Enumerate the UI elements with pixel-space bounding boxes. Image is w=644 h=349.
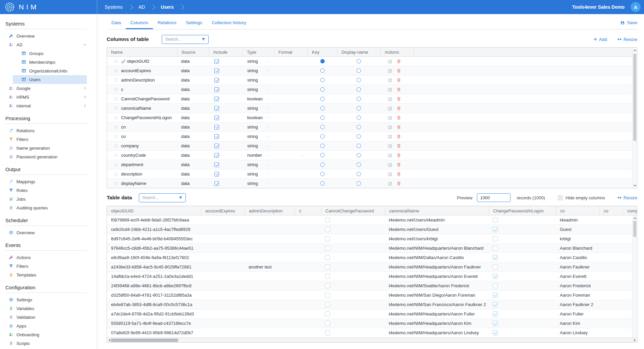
- columns-resize-button[interactable]: Resize: [617, 37, 637, 42]
- key-radio[interactable]: [320, 144, 325, 148]
- sidebar-item-ad[interactable]: AD: [0, 40, 87, 49]
- drag-handle[interactable]: [114, 135, 118, 139]
- drag-handle[interactable]: [114, 106, 118, 110]
- key-radio[interactable]: [320, 106, 325, 110]
- delete-column-button[interactable]: [396, 172, 401, 177]
- edit-column-button[interactable]: [388, 78, 392, 83]
- sidebar-item-scripts[interactable]: Scripts: [0, 339, 87, 348]
- include-checkbox[interactable]: [214, 87, 219, 92]
- ChangePasswordAtLogon-checkbox[interactable]: [493, 246, 498, 251]
- delete-column-button[interactable]: [396, 144, 401, 148]
- CannotChangePassword-checkbox[interactable]: [325, 236, 330, 241]
- edit-column-button[interactable]: [388, 153, 392, 158]
- drag-handle[interactable]: [114, 59, 118, 63]
- include-checkbox[interactable]: [214, 59, 219, 64]
- display-name-radio[interactable]: [357, 78, 361, 82]
- type-select[interactable]: boolean: [243, 113, 274, 122]
- CannotChangePassword-checkbox[interactable]: [325, 227, 330, 232]
- edit-column-button[interactable]: [388, 87, 392, 92]
- include-checkbox[interactable]: [214, 153, 219, 158]
- CannotChangePassword-checkbox[interactable]: [325, 217, 330, 222]
- format-select[interactable]: [274, 151, 308, 160]
- key-radio[interactable]: [320, 78, 325, 82]
- display-name-radio[interactable]: [357, 68, 361, 73]
- CannotChangePassword-checkbox[interactable]: [325, 274, 330, 279]
- delete-column-button[interactable]: [396, 59, 401, 64]
- sidebar-item-onboarding[interactable]: Onboarding: [0, 330, 87, 339]
- display-name-radio[interactable]: [357, 144, 361, 148]
- drag-handle[interactable]: [114, 97, 118, 101]
- tab-columns[interactable]: Columns: [126, 20, 153, 29]
- scroll-down-arrow[interactable]: [633, 183, 637, 188]
- sidebar-item-internal[interactable]: internal: [0, 101, 87, 110]
- data-row[interactable]: 97646cc5-c8d8-45b2-aa75-95386c44ae51 t4e…: [107, 244, 637, 253]
- delete-column-button[interactable]: [396, 162, 401, 167]
- edit-column-button[interactable]: [388, 162, 392, 167]
- sidebar-item-templates[interactable]: Templates: [0, 270, 87, 279]
- data-row[interactable]: f0879989-ec0f-4eb6-9da0-28f27bfc9aea t4e…: [107, 215, 637, 225]
- sidebar-item-overview[interactable]: Overview: [0, 32, 87, 40]
- sidebar-item-relations[interactable]: Relations: [0, 126, 87, 135]
- drag-handle[interactable]: [114, 163, 118, 167]
- data-row[interactable]: 07a8e82f-9e99-4410-95b9-99814d72d0b7 t4e…: [107, 328, 637, 338]
- ChangePasswordAtLogon-checkbox[interactable]: [493, 255, 498, 260]
- CannotChangePassword-checkbox[interactable]: [325, 311, 330, 316]
- sidebar-item-groups[interactable]: Groups: [0, 49, 87, 58]
- sidebar-item-jobs[interactable]: Jobs: [0, 195, 87, 203]
- edit-column-button[interactable]: [388, 106, 392, 111]
- CannotChangePassword-checkbox[interactable]: [325, 264, 330, 269]
- data-table-horizontal-scrollbar[interactable]: [107, 338, 637, 342]
- display-name-radio[interactable]: [357, 153, 361, 157]
- scroll-right-arrow[interactable]: [632, 338, 637, 343]
- include-checkbox[interactable]: [214, 125, 219, 130]
- data-row[interactable]: eb4e87ab-3853-4df8-8ca9-00c0c5736c1a t4e…: [107, 300, 637, 309]
- display-name-radio[interactable]: [357, 115, 361, 120]
- preview-count-input[interactable]: [477, 193, 511, 202]
- type-select[interactable]: string: [243, 179, 274, 188]
- key-radio[interactable]: [320, 125, 325, 129]
- key-radio[interactable]: [320, 87, 325, 92]
- edit-column-button[interactable]: [388, 97, 392, 101]
- CannotChangePassword-checkbox[interactable]: [325, 330, 330, 335]
- include-checkbox[interactable]: [214, 162, 219, 167]
- key-radio[interactable]: [320, 134, 325, 139]
- tab-relations[interactable]: Relations: [153, 20, 181, 29]
- data-row[interactable]: e8cf8aa9-160f-404b-9a9a-f8113ef17602 t4e…: [107, 253, 637, 262]
- tab-settings[interactable]: Settings: [181, 20, 207, 29]
- CannotChangePassword-checkbox[interactable]: [325, 293, 330, 298]
- drag-handle[interactable]: [114, 172, 118, 176]
- drag-handle[interactable]: [114, 153, 118, 157]
- delete-column-button[interactable]: [396, 181, 401, 186]
- columns-table-vertical-scrollbar[interactable]: [632, 48, 637, 188]
- edit-column-button[interactable]: [388, 68, 392, 73]
- sidebar-item-variables[interactable]: Variables: [0, 304, 87, 313]
- include-checkbox[interactable]: [214, 106, 219, 111]
- delete-column-button[interactable]: [396, 106, 401, 111]
- sidebar-item-name-generation[interactable]: Name generation: [0, 144, 87, 152]
- sidebar-item-roles[interactable]: Roles: [0, 186, 87, 195]
- avatar[interactable]: A: [631, 2, 641, 12]
- sidebar-item-overview[interactable]: Overview: [0, 228, 87, 237]
- display-name-radio[interactable]: [357, 181, 361, 186]
- sidebar-item-mappings[interactable]: Mappings: [0, 177, 87, 186]
- drag-handle[interactable]: [114, 182, 118, 186]
- display-name-radio[interactable]: [357, 162, 361, 167]
- edit-column-button[interactable]: [388, 59, 392, 64]
- include-checkbox[interactable]: [214, 144, 219, 148]
- delete-column-button[interactable]: [396, 153, 401, 158]
- sidebar-item-filters[interactable]: Filters: [0, 262, 87, 270]
- sidebar-item-google[interactable]: Google: [0, 84, 87, 93]
- include-checkbox[interactable]: [214, 172, 219, 177]
- delete-column-button[interactable]: [396, 134, 401, 139]
- ChangePasswordAtLogon-checkbox[interactable]: [493, 274, 498, 279]
- edit-column-button[interactable]: [388, 144, 392, 148]
- ChangePasswordAtLogon-checkbox[interactable]: [493, 302, 498, 307]
- CannotChangePassword-checkbox[interactable]: [325, 321, 330, 326]
- include-checkbox[interactable]: [214, 78, 219, 83]
- scroll-up-arrow[interactable]: [633, 48, 637, 52]
- key-radio[interactable]: [320, 172, 325, 176]
- data-row[interactable]: 24f39468-a98e-4661-8bcb-a8be2697fbc8 t4e…: [107, 281, 637, 291]
- type-select[interactable]: string: [243, 132, 274, 141]
- ChangePasswordAtLogon-checkbox[interactable]: [493, 217, 498, 222]
- ChangePasswordAtLogon-checkbox[interactable]: [493, 264, 498, 269]
